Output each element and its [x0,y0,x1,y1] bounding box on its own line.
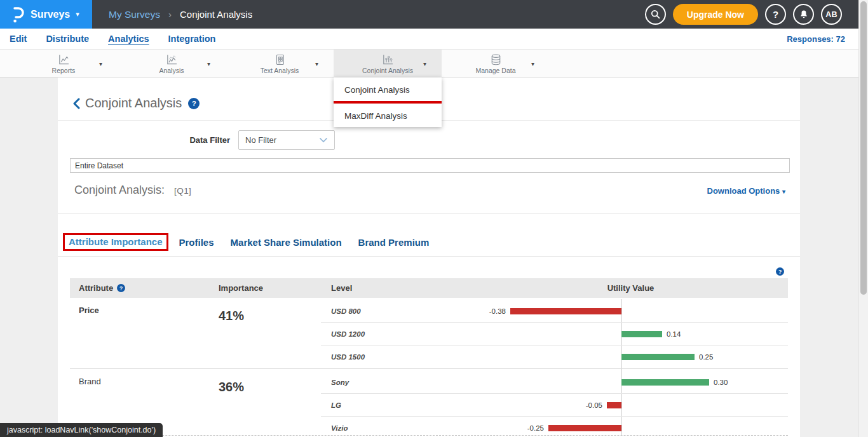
utility-bar [621,354,695,360]
utility-value-label: 0.30 [714,379,728,386]
attribute-group: Brand 36% Sony 0.30 LG -0.05 Vizio -0.25 [70,368,788,437]
bell-icon [799,9,809,20]
conjoint-dropdown-menu: Conjoint Analysis MaxDiff Analysis [334,77,442,127]
toolbar-item-label: Conjoint Analysis [362,67,413,74]
avatar[interactable]: AB [821,4,842,25]
product-switcher[interactable]: Surveys ▾ [0,0,92,29]
annotation-box: Attribute Importance [63,233,168,251]
utility-bar-cell: -0.05 [473,394,788,416]
tab-attribute-importance[interactable]: Attribute Importance [69,236,163,247]
level-row: USD 1500 0.25 [321,346,788,368]
document-report-icon [273,53,287,66]
analysis-section-header: Conjoint Analysis: [Q1] Download Options… [58,184,800,197]
scrollbar[interactable] [858,0,868,437]
utility-bar [621,379,709,386]
level-name: USD 800 [321,307,473,315]
questionpro-logo [10,6,25,24]
notifications-button[interactable] [793,4,814,25]
importance-value: 41% [210,298,321,368]
header-attribute-label: Attribute [79,283,113,293]
utility-bar [510,308,621,314]
toolbar-item-reports[interactable]: Reports ▾ [10,50,118,77]
responses-count: Responses: 72 [787,34,845,44]
menu-item-maxdiff-analysis[interactable]: MaxDiff Analysis [334,104,442,127]
help-button[interactable]: ? [765,4,786,25]
nav-item-analytics[interactable]: Analytics [108,34,149,44]
data-filter-label: Data Filter [58,135,230,145]
level-name: USD 1500 [321,353,473,361]
nav-item-integration[interactable]: Integration [168,34,216,44]
table-help-icon[interactable]: ? [776,267,784,276]
header-utility-value: Utility Value [473,283,788,293]
utility-value-label: 0.25 [699,353,713,361]
chevron-down-icon[interactable]: ▾ [207,60,210,67]
chevron-down-icon[interactable]: ▾ [531,60,534,67]
breadcrumb-current: Conjoint Analysis [180,9,252,20]
back-chevron-icon[interactable] [72,98,81,109]
utility-bar [548,425,621,431]
level-name: Vizio [321,424,473,432]
download-options-label: Download Options [707,186,780,196]
select-chevron-icon [319,137,328,143]
importance-value: 36% [210,369,321,437]
utility-bar [607,402,621,408]
utility-table-header: Attribute ? Importance Level Utility Val… [70,278,788,298]
analytics-toolbar: Reports ▾ Analysis ▾ Text Analysis ▾ [0,50,858,77]
level-name: Sony [321,379,473,386]
toolbar-item-text-analysis[interactable]: Text Analysis ▾ [226,50,334,77]
tab-profiles[interactable]: Profiles [179,237,214,248]
upgrade-button[interactable]: Upgrade Now [673,4,758,25]
survey-nav: Edit Distribute Analytics Integration Re… [0,29,858,50]
status-bar: javascript: loadNavLink('showConjoint.do… [0,423,163,437]
chevron-down-icon: ▾ [782,188,785,195]
page-help-icon[interactable]: ? [188,98,200,109]
utility-bar-cell: -0.38 [473,300,788,322]
header-attribute: Attribute ? [70,283,210,293]
tab-market-share-simulation[interactable]: Market Share Simulation [231,237,342,248]
utility-bar-cell: -0.25 [473,417,788,437]
attribute-name: Price [70,298,210,368]
breadcrumb-parent[interactable]: My Surveys [109,9,160,20]
tab-brand-premium[interactable]: Brand Premium [358,237,430,248]
database-icon [489,53,503,66]
top-bar: Surveys ▾ My Surveys › Conjoint Analysis… [0,0,858,29]
content-card: Conjoint Analysis ? Data Filter No Filte… [58,77,800,437]
toolbar-item-label: Text Analysis [261,67,299,74]
chevron-down-icon[interactable]: ▾ [99,60,102,67]
utility-value-label: -0.38 [489,307,506,315]
toolbar-item-manage-data[interactable]: Manage Data ▾ [442,50,550,77]
attribute-help-icon[interactable]: ? [117,284,125,292]
nav-item-distribute[interactable]: Distribute [46,34,89,44]
chevron-down-icon[interactable]: ▾ [423,60,426,67]
chevron-down-icon[interactable]: ▾ [315,60,318,67]
download-options-link[interactable]: Download Options ▾ [707,186,785,196]
search-icon [650,9,661,20]
table-help-row: ? [58,257,800,278]
line-chart-icon [57,53,71,66]
scrollbar-thumb[interactable] [860,1,867,295]
data-filter-value: No Filter [245,135,276,145]
data-filter-select[interactable]: No Filter [238,130,335,150]
result-tabs: Attribute Importance Profiles Market Sha… [58,214,800,257]
data-filter-row: Data Filter No Filter [58,130,800,150]
utility-bar-cell: 0.25 [473,346,788,368]
toolbar-item-conjoint-analysis[interactable]: Conjoint Analysis ▾ [334,50,442,77]
topbar-actions: Upgrade Now ? AB [645,4,842,25]
toolbar-item-label: Manage Data [475,67,515,74]
utility-value-label: 0.14 [667,330,681,338]
page-title: Conjoint Analysis [85,96,182,111]
main-content: Conjoint Analysis ? Data Filter No Filte… [0,77,858,437]
level-name: LG [321,401,473,409]
dataset-input[interactable] [70,158,790,173]
toolbar-item-analysis[interactable]: Analysis ▾ [118,50,226,77]
nav-item-edit[interactable]: Edit [10,34,27,44]
product-name: Surveys [31,9,70,20]
levels-container: Sony 0.30 LG -0.05 Vizio -0.25 [321,369,788,437]
utility-table: Attribute ? Importance Level Utility Val… [70,278,788,437]
question-reference: [Q1] [174,186,191,196]
search-button[interactable] [645,4,666,25]
menu-item-conjoint-analysis[interactable]: Conjoint Analysis [334,77,442,101]
section-title: Conjoint Analysis: [74,184,165,197]
utility-bar-cell: 0.14 [473,323,788,345]
toolbar-item-label: Reports [52,67,76,74]
